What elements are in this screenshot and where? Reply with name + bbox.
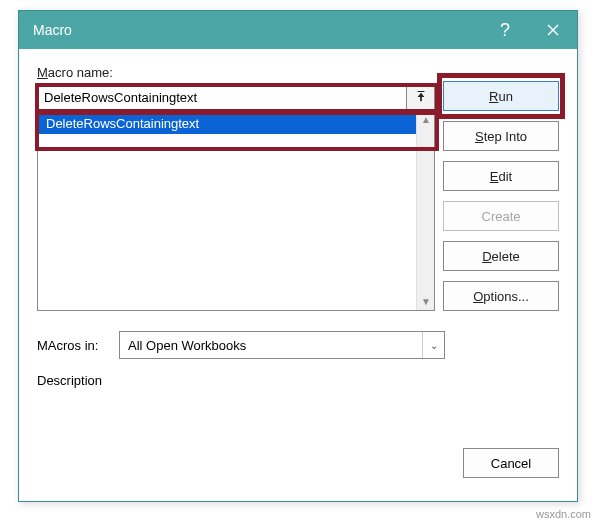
goto-icon xyxy=(415,91,427,103)
macros-in-row: MAcros in: All Open Workbooks ⌄ xyxy=(37,331,559,359)
goto-button[interactable] xyxy=(407,84,435,110)
close-icon xyxy=(547,24,559,36)
scrollbar[interactable]: ▲ ▼ xyxy=(416,110,434,310)
create-button: Create xyxy=(443,201,559,231)
macro-list[interactable]: DeleteRowsContainingtext xyxy=(37,111,435,311)
macro-dialog: Macro ? Macro name: DeleteRow xyxy=(18,10,578,502)
watermark: wsxdn.com xyxy=(536,508,591,520)
macro-name-input[interactable] xyxy=(37,84,407,110)
step-into-button[interactable]: Step Into xyxy=(443,121,559,151)
list-item[interactable]: DeleteRowsContainingtext xyxy=(38,112,434,134)
scroll-up-icon[interactable]: ▲ xyxy=(417,110,435,128)
description-label: Description xyxy=(37,373,559,388)
scroll-down-icon[interactable]: ▼ xyxy=(417,292,435,310)
edit-button[interactable]: Edit xyxy=(443,161,559,191)
button-column: Run Step Into Edit Create Delete Options… xyxy=(443,81,559,311)
help-button[interactable]: ? xyxy=(481,11,529,49)
options-button[interactable]: Options... xyxy=(443,281,559,311)
chevron-down-icon: ⌄ xyxy=(422,332,444,358)
list-item-label: DeleteRowsContainingtext xyxy=(46,116,199,131)
svg-rect-2 xyxy=(417,91,424,92)
macro-name-label: Macro name: xyxy=(37,65,559,80)
run-button[interactable]: Run xyxy=(443,81,559,111)
cancel-button[interactable]: Cancel xyxy=(463,448,559,478)
macros-in-value: All Open Workbooks xyxy=(128,338,246,353)
close-button[interactable] xyxy=(529,11,577,49)
dialog-title: Macro xyxy=(33,22,481,38)
macro-name-area: DeleteRowsContainingtext ▲ ▼ xyxy=(37,84,435,311)
delete-button[interactable]: Delete xyxy=(443,241,559,271)
macros-in-combo[interactable]: All Open Workbooks ⌄ xyxy=(119,331,445,359)
titlebar: Macro ? xyxy=(19,11,577,49)
macros-in-label: MAcros in: xyxy=(37,338,109,353)
